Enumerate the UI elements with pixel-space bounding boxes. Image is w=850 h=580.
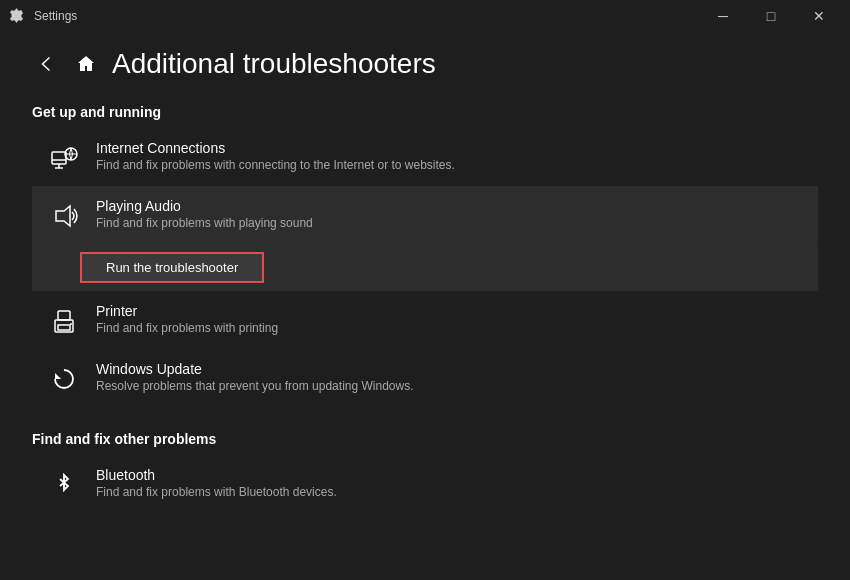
svg-marker-11 [55,373,61,379]
audio-icon [48,200,80,232]
home-icon [76,54,96,74]
playing-audio-desc: Find and fix problems with playing sound [96,216,802,230]
maximize-button[interactable]: □ [748,0,794,32]
printer-icon [48,305,80,337]
run-troubleshooter-button[interactable]: Run the troubleshooter [80,252,264,283]
internet-connections-title: Internet Connections [96,140,802,156]
minimize-button[interactable]: ─ [700,0,746,32]
windows-update-icon [48,363,80,395]
item-printer[interactable]: Printer Find and fix problems with print… [32,291,818,349]
section-title-find-fix: Find and fix other problems [32,431,818,447]
windows-update-title: Windows Update [96,361,802,377]
item-windows-update[interactable]: Windows Update Resolve problems that pre… [32,349,818,407]
back-button[interactable] [32,50,60,78]
item-internet-connections[interactable]: Internet Connections Find and fix proble… [32,128,818,186]
run-btn-area: Run the troubleshooter [32,244,818,291]
printer-desc: Find and fix problems with printing [96,321,802,335]
svg-marker-6 [56,206,70,226]
bluetooth-title: Bluetooth [96,467,802,483]
title-bar: Settings ─ □ ✕ [0,0,850,32]
item-playing-audio[interactable]: Playing Audio Find and fix problems with… [32,186,818,244]
windows-update-desc: Resolve problems that prevent you from u… [96,379,802,393]
printer-title: Printer [96,303,802,319]
back-icon [38,56,54,72]
bluetooth-icon [48,469,80,501]
svg-rect-8 [58,311,70,320]
settings-icon [8,8,24,24]
section-title-running: Get up and running [32,104,818,120]
bluetooth-desc: Find and fix problems with Bluetooth dev… [96,485,802,499]
section-get-up-running: Get up and running Internet Connections … [32,104,818,407]
internet-icon [48,142,80,174]
internet-connections-desc: Find and fix problems with connecting to… [96,158,802,172]
title-bar-controls: ─ □ ✕ [700,0,842,32]
main-content: Additional troubleshooters Get up and ru… [0,32,850,529]
svg-rect-0 [52,152,66,164]
close-button[interactable]: ✕ [796,0,842,32]
titlebar-title: Settings [34,9,77,23]
page-title: Additional troubleshooters [112,48,436,80]
playing-audio-title: Playing Audio [96,198,802,214]
svg-rect-9 [58,325,70,330]
section-gap [32,407,818,431]
section-find-fix: Find and fix other problems Bluetooth Fi… [32,431,818,513]
page-header: Additional troubleshooters [32,48,818,80]
item-bluetooth[interactable]: Bluetooth Find and fix problems with Blu… [32,455,818,513]
svg-point-10 [70,323,72,325]
title-bar-left: Settings [8,8,77,24]
